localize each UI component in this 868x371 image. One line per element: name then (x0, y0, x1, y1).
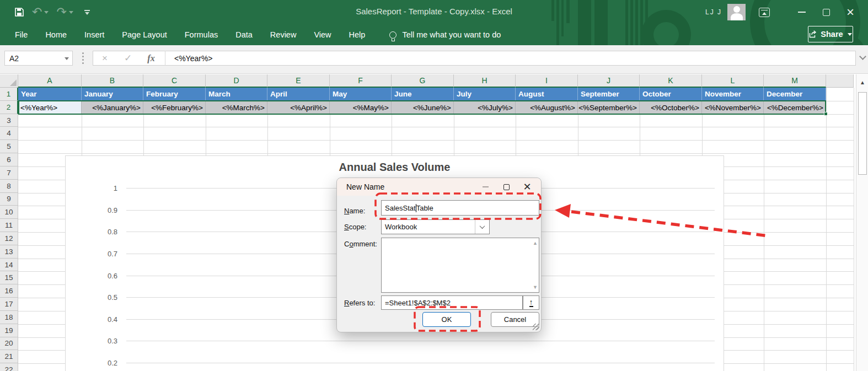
row-header-18[interactable]: 18 (0, 311, 18, 324)
ribbon-display-options-icon[interactable] (759, 8, 770, 17)
cell-m2[interactable]: <%December%> (764, 101, 826, 114)
menu-tab-insert[interactable]: Insert (76, 24, 113, 45)
header-cell-d1[interactable]: March (206, 88, 267, 101)
collapse-dialog-button[interactable]: ↑ (523, 295, 539, 310)
row-header-8[interactable]: 8 (0, 180, 18, 193)
row-header-15[interactable]: 15 (0, 271, 18, 284)
row-header-19[interactable]: 19 (0, 324, 18, 337)
cancel-entry-icon[interactable]: × (93, 53, 116, 64)
cell-f2[interactable]: <%May%> (330, 101, 392, 114)
cell-d2[interactable]: <%March%> (206, 101, 267, 114)
close-button[interactable]: × (838, 0, 862, 24)
dialog-close-button[interactable]: ✕ (517, 178, 538, 196)
header-cell-a1[interactable]: Year (18, 88, 82, 101)
cell-c2[interactable]: <%February%> (143, 101, 206, 114)
share-button[interactable]: Share (808, 26, 853, 42)
tell-me-box[interactable]: Tell me what you want to do (389, 30, 501, 39)
dialog-title-bar[interactable]: New Name ✕ (337, 178, 541, 196)
menu-tab-review[interactable]: Review (261, 24, 306, 45)
scope-dropdown-button[interactable] (475, 220, 489, 234)
enter-entry-icon[interactable]: ✓ (116, 52, 140, 64)
name-box-dropdown-icon[interactable] (65, 57, 69, 60)
row-header-2[interactable]: 2 (0, 101, 18, 114)
avatar[interactable] (727, 4, 746, 20)
header-cell-f1[interactable]: May (330, 88, 392, 101)
cell-l2[interactable]: <%November%> (702, 101, 764, 114)
column-header-h[interactable]: H (454, 74, 516, 88)
formula-input[interactable]: <%Year%> (169, 54, 213, 63)
dialog-minimize-button[interactable] (475, 178, 496, 196)
row-header-3[interactable]: 3 (0, 114, 18, 127)
column-header-b[interactable]: B (82, 74, 143, 88)
column-header-a[interactable]: A (18, 74, 82, 88)
maximize-button[interactable] (814, 0, 838, 24)
row-header-12[interactable]: 12 (0, 232, 18, 245)
row-header-1[interactable]: 1 (0, 88, 18, 101)
column-header-d[interactable]: D (206, 74, 267, 88)
menu-tab-home[interactable]: Home (36, 24, 76, 45)
column-header-f[interactable]: F (330, 74, 392, 88)
cell-j2[interactable]: <%September%> (578, 101, 640, 114)
cell-k2[interactable]: <%October%> (640, 101, 702, 114)
row-header-22[interactable]: 22 (0, 363, 18, 371)
column-header-c[interactable]: C (143, 74, 206, 88)
row-header-17[interactable]: 17 (0, 298, 18, 311)
dialog-maximize-button[interactable] (496, 178, 517, 196)
column-header-m[interactable]: M (764, 74, 826, 88)
scroll-down-icon[interactable]: ▼ (533, 284, 538, 290)
vertical-scrollbar[interactable]: ▲ (856, 74, 868, 371)
row-header-21[interactable]: 21 (0, 350, 18, 363)
cell-i2[interactable]: <%August%> (516, 101, 578, 114)
menu-tab-data[interactable]: Data (227, 24, 261, 45)
column-header-j[interactable]: J (578, 74, 640, 88)
scroll-up-icon[interactable]: ▲ (858, 77, 867, 88)
row-header-5[interactable]: 5 (0, 140, 18, 153)
refers-to-input[interactable]: =Sheet1!$A$2:$M$2 (381, 295, 523, 310)
column-header-l[interactable]: L (702, 74, 764, 88)
scrollbar-thumb[interactable] (858, 92, 867, 175)
scroll-up-icon[interactable]: ▲ (533, 240, 538, 246)
formula-bar-expand-icon[interactable] (859, 53, 866, 60)
column-header-partial[interactable] (826, 74, 854, 88)
comment-textarea[interactable]: ▲ ▼ (381, 238, 539, 293)
header-cell-g1[interactable]: June (392, 88, 454, 101)
cancel-button[interactable]: Cancel (491, 312, 539, 327)
fill-handle[interactable] (824, 112, 828, 116)
column-header-k[interactable]: K (640, 74, 702, 88)
cell-g2[interactable]: <%June%> (392, 101, 454, 114)
column-header-g[interactable]: G (392, 74, 454, 88)
menu-tab-page-layout[interactable]: Page Layout (113, 24, 175, 45)
menu-tab-formulas[interactable]: Formulas (176, 24, 227, 45)
header-cell-l1[interactable]: November (702, 88, 764, 101)
account-initials[interactable]: LJ J (705, 8, 722, 16)
row-header-6[interactable]: 6 (0, 153, 18, 166)
row-header-13[interactable]: 13 (0, 245, 18, 259)
cell-a2[interactable]: <%Year%> (18, 101, 82, 114)
row-header-10[interactable]: 10 (0, 206, 18, 219)
column-header-i[interactable]: I (516, 74, 578, 88)
row-header-4[interactable]: 4 (0, 127, 18, 140)
menu-tab-view[interactable]: View (305, 24, 340, 45)
cell-h2[interactable]: <%July%> (454, 101, 516, 114)
select-all-corner[interactable] (0, 74, 18, 88)
minimize-button[interactable] (790, 0, 814, 24)
header-cell-e1[interactable]: April (267, 88, 330, 101)
scope-dropdown[interactable]: Workbook (381, 219, 490, 234)
name-box[interactable]: A2 (4, 51, 73, 66)
dialog-resize-grip[interactable] (533, 324, 539, 330)
header-cell-j1[interactable]: September (578, 88, 640, 101)
menu-tab-help[interactable]: Help (340, 24, 374, 45)
cell-b2[interactable]: <%January%> (82, 101, 143, 114)
row-header-20[interactable]: 20 (0, 337, 18, 351)
row-header-9[interactable]: 9 (0, 193, 18, 206)
menu-tab-file[interactable]: File (6, 24, 36, 45)
formula-bar-grip[interactable] (82, 52, 84, 64)
header-cell-k1[interactable]: October (640, 88, 702, 101)
row-header-16[interactable]: 16 (0, 284, 18, 298)
ok-button[interactable]: OK (422, 312, 471, 327)
header-cell-c1[interactable]: February (143, 88, 206, 101)
row-header-7[interactable]: 7 (0, 166, 18, 180)
column-header-e[interactable]: E (267, 74, 330, 88)
insert-function-icon[interactable]: fx (140, 53, 163, 63)
row-header-14[interactable]: 14 (0, 259, 18, 272)
